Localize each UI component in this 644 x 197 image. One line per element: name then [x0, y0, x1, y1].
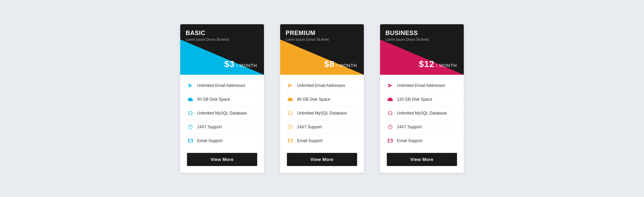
- clock-icon: [287, 124, 294, 130]
- price-amount: $12: [419, 59, 434, 69]
- card-features-list: Unlimited Email Addresses 50 GB Disk Spa…: [180, 75, 264, 153]
- feature-item: 24X7 Support: [387, 120, 457, 134]
- feature-item: Unlimited Email Addresses: [387, 79, 457, 93]
- feature-item: Unlimited MySQL Database: [187, 106, 257, 120]
- card-header: BASIC Loerm Ipsum Donor Sit Amet $3 / MO…: [180, 24, 264, 75]
- view-more-button[interactable]: View More: [287, 153, 357, 166]
- feature-item: 24X7 Support: [187, 120, 257, 134]
- database-icon: [187, 110, 194, 117]
- feature-text: Unlimited Email Addresses: [297, 83, 345, 88]
- feature-item: Email Support: [187, 134, 257, 147]
- paper-plane-icon: [387, 82, 394, 89]
- card-footer: View More: [180, 153, 264, 173]
- card-title: PREMIUM: [286, 30, 329, 37]
- card-features-list: Unlimited Email Addresses 80 GB Disk Spa…: [280, 75, 364, 153]
- database-icon: [387, 110, 394, 117]
- feature-item: 120 GB Disk Space: [387, 93, 457, 106]
- feature-item: Unlimited MySQL Database: [387, 106, 457, 120]
- card-basic: BASIC Loerm Ipsum Donor Sit Amet $3 / MO…: [180, 24, 264, 173]
- card-title-block: PREMIUM Loerm Ipsum Donor Sit Amet: [286, 30, 329, 41]
- view-more-button[interactable]: View More: [387, 153, 457, 166]
- paper-plane-icon: [287, 82, 294, 89]
- feature-text: 80 GB Disk Space: [297, 97, 330, 102]
- feature-text: Email Support: [397, 138, 422, 143]
- card-title: BASIC: [186, 30, 229, 37]
- feature-text: 24X7 Support: [397, 125, 422, 129]
- database-icon: [287, 110, 294, 117]
- card-footer: View More: [380, 153, 464, 173]
- price-period: / MONTH: [436, 63, 457, 68]
- price-period: / MONTH: [336, 63, 357, 68]
- card-price: $3 / MONTH: [224, 59, 257, 69]
- cloud-icon: [387, 96, 394, 103]
- feature-text: 120 GB Disk Space: [397, 97, 432, 102]
- feature-text: 24X7 Support: [297, 125, 322, 129]
- feature-text: 50 GB Disk Space: [197, 97, 230, 102]
- feature-text: Unlimited Email Addresses: [197, 83, 245, 88]
- card-business: BUSINESS Loerm Ipsum Donor Sit Amet $12 …: [380, 24, 464, 173]
- feature-text: Email Support: [197, 138, 222, 143]
- feature-item: 24X7 Support: [287, 120, 357, 134]
- price-period: / MONTH: [236, 63, 257, 68]
- card-header: PREMIUM Loerm Ipsum Donor Sit Amet $8 / …: [280, 24, 364, 75]
- feature-text: 24X7 Support: [197, 125, 222, 129]
- card-price: $12 / MONTH: [419, 59, 457, 69]
- card-price: $8 / MONTH: [324, 59, 357, 69]
- paper-plane-icon: [187, 82, 194, 89]
- card-subtitle: Loerm Ipsum Donor Sit Amet: [186, 38, 229, 41]
- feature-item: Email Support: [387, 134, 457, 147]
- view-more-button[interactable]: View More: [187, 153, 257, 166]
- envelope-icon: [287, 137, 294, 144]
- price-amount: $8: [324, 59, 335, 69]
- feature-item: Unlimited Email Addresses: [187, 79, 257, 93]
- feature-text: Unlimited MySQL Database: [397, 111, 447, 116]
- card-features-list: Unlimited Email Addresses 120 GB Disk Sp…: [380, 75, 464, 153]
- envelope-icon: [187, 137, 194, 144]
- feature-item: 50 GB Disk Space: [187, 93, 257, 106]
- card-footer: View More: [280, 153, 364, 173]
- feature-item: Email Support: [287, 134, 357, 147]
- feature-item: 80 GB Disk Space: [287, 93, 357, 106]
- clock-icon: [187, 124, 194, 130]
- price-amount: $3: [224, 59, 235, 69]
- card-premium: PREMIUM Loerm Ipsum Donor Sit Amet $8 / …: [280, 24, 364, 173]
- feature-item: Unlimited MySQL Database: [287, 106, 357, 120]
- feature-text: Email Support: [297, 138, 322, 143]
- feature-text: Unlimited MySQL Database: [197, 111, 247, 116]
- cloud-icon: [287, 96, 294, 103]
- card-header: BUSINESS Loerm Ipsum Donor Sit Amet $12 …: [380, 24, 464, 75]
- pricing-cards-container: BASIC Loerm Ipsum Donor Sit Amet $3 / MO…: [167, 11, 477, 186]
- card-subtitle: Loerm Ipsum Donor Sit Amet: [385, 38, 429, 41]
- feature-text: Unlimited Email Addresses: [397, 83, 445, 88]
- card-subtitle: Loerm Ipsum Donor Sit Amet: [286, 38, 329, 41]
- envelope-icon: [387, 137, 394, 144]
- cloud-icon: [187, 96, 194, 103]
- card-title-block: BUSINESS Loerm Ipsum Donor Sit Amet: [385, 30, 429, 41]
- card-title: BUSINESS: [385, 30, 429, 37]
- card-title-block: BASIC Loerm Ipsum Donor Sit Amet: [186, 30, 229, 41]
- feature-text: Unlimited MySQL Database: [297, 111, 347, 116]
- clock-icon: [387, 124, 394, 130]
- feature-item: Unlimited Email Addresses: [287, 79, 357, 93]
